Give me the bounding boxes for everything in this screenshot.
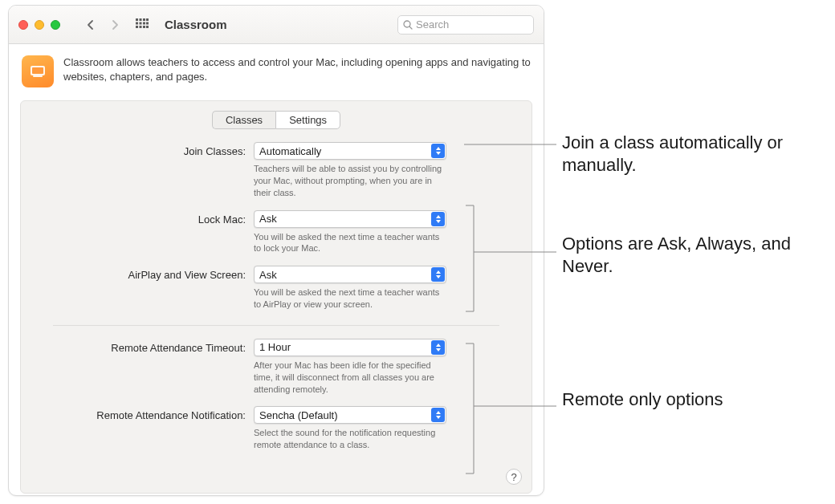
join-classes-label: Join Classes: bbox=[53, 142, 254, 157]
svg-rect-9 bbox=[143, 26, 145, 28]
airplay-help: You will be asked the next time a teache… bbox=[254, 287, 446, 311]
svg-rect-11 bbox=[146, 22, 149, 24]
popup-arrows-icon bbox=[431, 212, 445, 226]
svg-rect-5 bbox=[140, 22, 142, 24]
callout-join: Join a class automatically or manually. bbox=[562, 132, 819, 176]
svg-rect-16 bbox=[33, 75, 43, 77]
callout-remote: Remote only options bbox=[562, 388, 819, 411]
airplay-label: AirPlay and View Screen: bbox=[53, 266, 254, 281]
svg-rect-17 bbox=[32, 67, 43, 74]
tab-classes[interactable]: Classes bbox=[212, 111, 275, 129]
lock-mac-value: Ask bbox=[259, 213, 277, 225]
join-classes-value: Automatically bbox=[259, 145, 321, 157]
svg-rect-0 bbox=[136, 18, 138, 21]
join-classes-popup[interactable]: Automatically bbox=[254, 142, 446, 160]
help-button[interactable]: ? bbox=[506, 469, 522, 485]
svg-rect-12 bbox=[146, 26, 149, 28]
search-placeholder: Search bbox=[416, 18, 449, 30]
remote-timeout-label: Remote Attendance Timeout: bbox=[53, 339, 254, 354]
settings-divider bbox=[53, 325, 499, 326]
remote-timeout-popup[interactable]: 1 Hour bbox=[254, 339, 446, 356]
remote-timeout-help: After your Mac has been idle for the spe… bbox=[254, 360, 446, 396]
titlebar: Classroom Search bbox=[9, 6, 544, 44]
svg-rect-1 bbox=[140, 18, 142, 21]
close-window-button[interactable] bbox=[18, 20, 28, 30]
search-icon bbox=[403, 20, 413, 30]
svg-rect-8 bbox=[140, 26, 142, 28]
search-field[interactable]: Search bbox=[397, 15, 534, 35]
svg-rect-2 bbox=[143, 18, 145, 21]
popup-arrows-icon bbox=[431, 340, 445, 355]
remote-notification-help: Select the sound for the notification re… bbox=[254, 427, 446, 451]
back-button[interactable] bbox=[81, 15, 100, 35]
tab-control: Classes Settings bbox=[212, 111, 340, 129]
window-title: Classroom bbox=[165, 18, 227, 31]
svg-line-14 bbox=[409, 26, 412, 29]
forward-button[interactable] bbox=[105, 15, 124, 35]
lock-mac-label: Lock Mac: bbox=[53, 210, 254, 226]
show-all-button[interactable] bbox=[131, 14, 153, 36]
popup-arrows-icon bbox=[431, 144, 445, 158]
preferences-window: Classroom Search Classroom allows teache… bbox=[8, 5, 544, 496]
classroom-app-icon bbox=[22, 55, 54, 87]
remote-notification-value: Sencha (Default) bbox=[259, 409, 338, 421]
airplay-value: Ask bbox=[259, 269, 277, 281]
svg-rect-7 bbox=[136, 26, 138, 28]
popup-arrows-icon bbox=[431, 408, 445, 422]
svg-rect-6 bbox=[143, 22, 145, 24]
settings-panel: Classes Settings Join Classes: Automatic… bbox=[20, 100, 532, 494]
remote-notification-popup[interactable]: Sencha (Default) bbox=[254, 406, 446, 424]
join-classes-help: Teachers will be able to assist you by c… bbox=[254, 163, 446, 199]
svg-rect-10 bbox=[146, 18, 149, 21]
remote-notification-label: Remote Attendance Notification: bbox=[53, 406, 254, 421]
tab-settings[interactable]: Settings bbox=[275, 111, 340, 129]
minimize-window-button[interactable] bbox=[35, 20, 44, 30]
svg-rect-4 bbox=[136, 22, 138, 24]
lock-mac-popup[interactable]: Ask bbox=[254, 210, 446, 228]
callout-ask-options: Options are Ask, Always, and Never. bbox=[562, 233, 819, 277]
pane-header: Classroom allows teachers to access and … bbox=[9, 44, 544, 96]
remote-timeout-value: 1 Hour bbox=[259, 341, 291, 353]
popup-arrows-icon bbox=[431, 267, 445, 282]
airplay-popup[interactable]: Ask bbox=[254, 266, 446, 283]
zoom-window-button[interactable] bbox=[51, 20, 60, 30]
lock-mac-help: You will be asked the next time a teache… bbox=[254, 231, 446, 255]
nav-buttons bbox=[81, 15, 124, 35]
window-controls bbox=[18, 20, 60, 30]
pane-description: Classroom allows teachers to access and … bbox=[63, 55, 531, 87]
